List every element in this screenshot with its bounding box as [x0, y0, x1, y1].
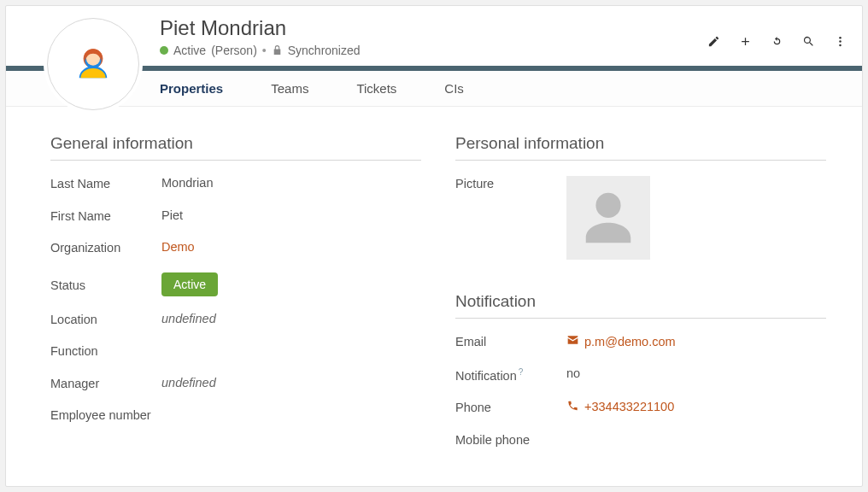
field-value: Mondrian: [161, 176, 213, 190]
field-picture: Picture: [455, 176, 826, 260]
field-label: Email: [455, 334, 566, 351]
avatar: [47, 18, 139, 110]
help-icon[interactable]: ?: [519, 367, 524, 377]
organization-link[interactable]: Demo: [161, 240, 195, 254]
right-column: Personal information Picture Notificatio…: [455, 134, 826, 464]
field-function: Function: [50, 343, 421, 360]
personal-section-title: Personal information: [455, 134, 826, 161]
tab-teams[interactable]: Teams: [271, 81, 308, 96]
field-label: Manager: [50, 376, 161, 393]
tab-cis[interactable]: CIs: [444, 81, 464, 96]
field-mobile: Mobile phone: [455, 432, 826, 449]
field-label: Notification?: [455, 366, 566, 384]
field-label: Location: [50, 312, 161, 329]
svg-point-0: [839, 37, 842, 39]
field-value: undefined: [161, 312, 216, 325]
field-email: Email p.m@demo.com: [455, 334, 826, 351]
search-button[interactable]: [802, 35, 815, 48]
lock-icon: [272, 44, 283, 57]
tab-properties[interactable]: Properties: [160, 81, 223, 96]
field-label: First Name: [50, 208, 161, 226]
phone-link[interactable]: +334433221100: [566, 400, 674, 414]
field-first-name: First Name Piet: [50, 208, 421, 226]
refresh-button[interactable]: [771, 35, 783, 48]
field-label: Phone: [455, 400, 566, 417]
more-button[interactable]: [834, 35, 847, 48]
general-section-title: General information: [50, 134, 421, 161]
field-location: Location undefined: [50, 312, 421, 329]
status-badge: Active: [161, 272, 218, 296]
field-value: [566, 176, 650, 260]
edit-button[interactable]: [707, 35, 720, 48]
field-value: Piet: [161, 208, 183, 222]
field-label: Function: [50, 343, 161, 360]
notification-label-text: Notification: [455, 368, 517, 382]
separator: •: [262, 44, 267, 57]
field-label: Status: [50, 272, 161, 295]
add-button[interactable]: [739, 35, 752, 48]
email-value: p.m@demo.com: [584, 335, 676, 348]
status-dot-icon: [160, 46, 168, 55]
type-text: (Person): [211, 44, 257, 57]
sync-text: Synchronized: [288, 44, 361, 57]
person-avatar-icon: [71, 42, 115, 86]
field-notification: Notification? no: [455, 366, 826, 384]
status-text: Active: [173, 44, 206, 57]
picture-placeholder: [566, 176, 650, 260]
field-label: Picture: [455, 176, 566, 193]
field-status: Status Active: [50, 272, 421, 296]
tab-tickets[interactable]: Tickets: [356, 81, 396, 96]
svg-point-2: [839, 44, 842, 47]
notification-section-title: Notification: [455, 292, 826, 319]
content: General information Last Name Mondrian F…: [6, 107, 862, 464]
general-column: General information Last Name Mondrian F…: [50, 134, 421, 464]
email-link[interactable]: p.m@demo.com: [566, 334, 676, 348]
field-last-name: Last Name Mondrian: [50, 176, 421, 193]
phone-value: +334433221100: [584, 400, 674, 413]
field-label: Organization: [50, 240, 161, 257]
person-silhouette-icon: [578, 188, 638, 248]
field-value: Active: [161, 272, 218, 296]
person-card: Piet Mondrian Active (Person) • Synchron…: [5, 5, 863, 487]
envelope-icon: [566, 334, 579, 348]
field-label: Last Name: [50, 176, 161, 193]
phone-icon: [566, 400, 579, 414]
field-organization: Organization Demo: [50, 240, 421, 257]
field-employee-number: Employee number: [50, 407, 421, 425]
field-label: Employee number: [50, 407, 161, 425]
field-value: undefined: [161, 376, 216, 390]
field-label: Mobile phone: [455, 432, 566, 449]
field-phone: Phone +334433221100: [455, 400, 826, 417]
toolbar: [707, 35, 847, 48]
field-value: no: [566, 366, 580, 380]
field-manager: Manager undefined: [50, 376, 421, 393]
svg-point-1: [839, 40, 842, 43]
